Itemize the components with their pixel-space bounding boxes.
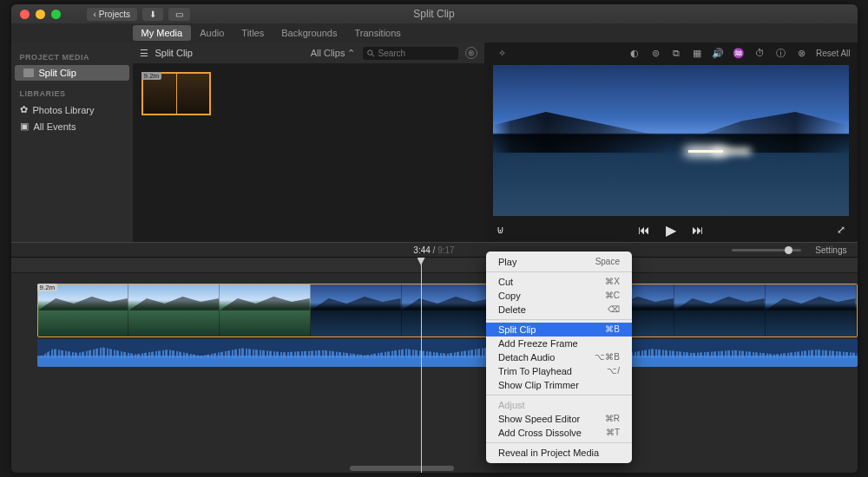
menu-item-label: Delete [498,304,526,315]
menu-item-shortcut: ⌘X [605,277,620,287]
sidebar-item-label: All Events [34,121,76,132]
square-icon: ▣ [20,121,29,132]
tab-backgrounds[interactable]: Backgrounds [273,25,345,41]
menu-item-play[interactable]: PlaySpace [486,255,632,269]
speed-icon[interactable]: ⏱ [753,47,766,59]
frame-thumb [674,284,766,337]
menu-item-label: Split Clip [498,324,536,335]
menu-item-cut[interactable]: Cut⌘X [486,275,632,289]
settings-gear-icon[interactable]: ⊛ [465,47,477,59]
menu-item-add-freeze-frame[interactable]: Add Freeze Frame [486,337,632,350]
frame-thumb [128,284,220,337]
media-browser: ☰ Split Clip All Clips ⌃ ⊛ 9.2m [133,42,484,242]
menu-item-adjust: Adjust [486,398,632,412]
menu-item-split-clip[interactable]: Split Clip⌘B [486,323,632,337]
titlebar: ‹ Projects ⬇ ▭ Split Clip [11,4,858,23]
menu-item-label: Play [498,257,516,267]
time-position: 3:44 / 9:17 [413,245,454,255]
menu-item-detach-audio[interactable]: Detach Audio⌥⌘B [486,350,632,364]
tab-audio[interactable]: Audio [191,25,233,41]
menu-item-label: Add Cross Dissolve [498,428,582,438]
tab-my-media[interactable]: My Media [133,25,192,41]
window-controls [20,10,61,19]
menu-item-add-cross-dissolve[interactable]: Add Cross Dissolve⌘T [486,426,632,440]
wand-icon[interactable]: ✧ [496,47,509,59]
frame-thumb [38,284,129,337]
list-view-icon[interactable]: ☰ [140,48,148,59]
next-button[interactable]: ⏭ [692,223,704,237]
color-balance-icon[interactable]: ◐ [628,47,641,59]
reset-all-button[interactable]: Reset All [816,49,850,58]
menu-separator [486,271,632,272]
volume-icon[interactable]: 🔊 [712,47,724,59]
timeline[interactable]: 9.2m [11,258,858,473]
menu-item-reveal-in-project-media[interactable]: Reveal in Project Media [486,446,632,460]
sidebar-item-split-clip[interactable]: Split Clip [15,65,129,81]
view-toggle-button[interactable]: ▭ [168,8,190,21]
menu-item-shortcut: ⌥⌘B [595,352,620,363]
timeline-settings-button[interactable]: Settings [815,245,846,255]
timeline-header: 3:44 / 9:17 Settings [11,242,858,258]
frame-thumb [766,284,857,337]
menu-item-delete[interactable]: Delete⌫ [486,303,632,317]
fullscreen-icon[interactable]: ⤢ [837,224,845,236]
back-projects-button[interactable]: ‹ Projects [87,8,137,21]
menu-separator [486,395,632,395]
minimize-window-icon[interactable] [36,10,45,19]
menu-item-label: Trim To Playhead [498,366,572,376]
sidebar-item-photos[interactable]: ✿ Photos Library [11,101,133,118]
menu-item-shortcut: ⌘T [606,428,620,438]
maximize-window-icon[interactable] [51,10,61,19]
context-menu: PlaySpaceCut⌘XCopy⌘CDelete⌫Split Clip⌘BA… [486,252,632,463]
timeline-scrollbar[interactable] [350,466,454,471]
browser-title: Split Clip [155,48,304,58]
sidebar-heading-libraries: LIBRARIES [11,86,133,101]
photos-icon: ✿ [20,104,28,115]
menu-item-shortcut: ⌫ [608,304,620,315]
play-button[interactable]: ▶ [666,222,676,238]
menu-separator [486,319,632,320]
strip-duration-badge: 9.2m [37,284,58,291]
frame-thumb [311,284,402,337]
sidebar: PROJECT MEDIA Split Clip LIBRARIES ✿ Pho… [11,42,133,242]
menu-item-trim-to-playhead[interactable]: Trim To Playhead⌥/ [486,364,632,378]
tab-transitions[interactable]: Transitions [345,25,409,41]
sidebar-item-label: Photos Library [33,105,95,115]
menu-item-label: Reveal in Project Media [498,448,599,458]
video-track: 9.2m [11,284,858,370]
app-window: ‹ Projects ⬇ ▭ Split Clip My Media Audio… [11,4,858,473]
menu-item-show-speed-editor[interactable]: Show Speed Editor⌘R [486,412,632,426]
noise-icon[interactable]: ♒ [733,47,745,59]
clip-thumbnail[interactable]: 9.2m [141,72,211,115]
filmstrip-icon [23,69,34,77]
playhead[interactable] [421,258,422,473]
clips-filter[interactable]: All Clips ⌃ [311,48,356,59]
menu-item-label: Adjust [498,400,525,410]
color-correct-icon[interactable]: ⊚ [649,47,661,59]
menu-item-shortcut: ⌘C [605,291,620,301]
video-clip-strip[interactable] [37,284,858,337]
zoom-slider[interactable] [732,249,801,252]
sidebar-item-all-events[interactable]: ▣ All Events [11,118,133,134]
filter-icon[interactable]: ⊗ [795,47,807,59]
time-ruler[interactable] [11,258,858,273]
audio-waveform[interactable] [37,339,858,367]
microphone-icon[interactable]: ⊍ [496,224,504,236]
clip-duration-badge: 9.2m [141,72,162,80]
sidebar-heading-project: PROJECT MEDIA [11,49,133,65]
sidebar-item-label: Split Clip [39,68,76,78]
menu-item-shortcut: ⌥/ [607,366,620,376]
crop-icon[interactable]: ⧉ [670,47,682,59]
menu-item-copy[interactable]: Copy⌘C [486,289,632,303]
stabilize-icon[interactable]: ▦ [691,47,703,59]
video-preview[interactable] [493,65,849,216]
close-window-icon[interactable] [20,10,30,19]
import-media-button[interactable]: ⬇ [142,8,163,21]
menu-separator [486,442,632,443]
search-input[interactable] [363,47,458,60]
prev-button[interactable]: ⏮ [638,223,650,237]
menu-item-show-clip-trimmer[interactable]: Show Clip Trimmer [486,378,632,392]
info-icon[interactable]: ⓘ [774,47,786,59]
tab-titles[interactable]: Titles [233,25,273,41]
frame-thumb [220,284,311,337]
